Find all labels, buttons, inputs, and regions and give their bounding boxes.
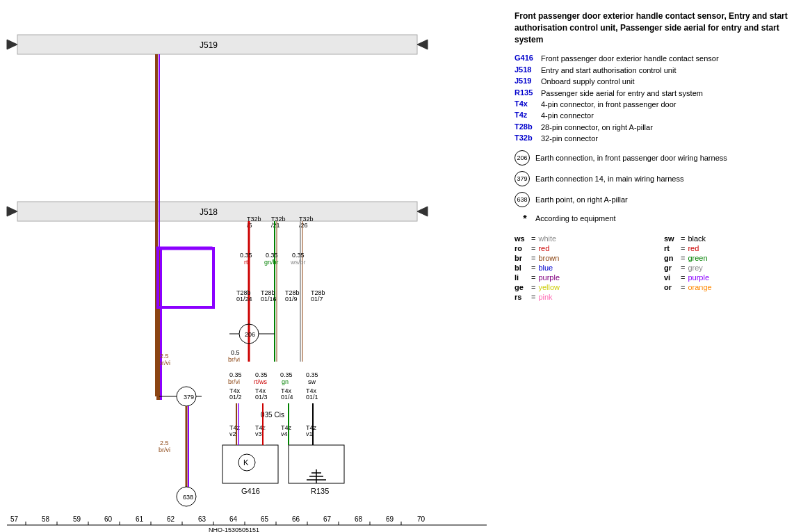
svg-text:01/4: 01/4 — [281, 394, 293, 401]
svg-rect-18 — [212, 247, 215, 309]
svg-text:035 Cis: 035 Cis — [261, 411, 284, 419]
svg-text:NHO-1530505151: NHO-1530505151 — [209, 526, 259, 532]
component-row: G416Front passenger door exterior handle… — [515, 54, 800, 64]
color-name: white — [538, 234, 556, 243]
component-row: T28b28-pin connector, on right A-pillar — [515, 122, 800, 133]
earth-circle: 206 — [515, 150, 530, 166]
svg-text:rt/ws: rt/ws — [254, 378, 267, 385]
svg-text:br/vi: br/vi — [228, 356, 240, 363]
color-row: rs=pink — [515, 293, 650, 301]
earth-connection-row: 638Earth point, on right A-pillar — [515, 192, 800, 207]
color-code: rt — [664, 244, 678, 252]
color-code: sw — [664, 234, 678, 243]
svg-text:638: 638 — [183, 494, 193, 501]
color-row: sw=black — [664, 234, 800, 243]
color-row: li=purple — [515, 273, 650, 282]
svg-text:K: K — [243, 458, 249, 467]
svg-rect-15 — [160, 247, 162, 400]
color-code: or — [664, 283, 678, 291]
color-eq: = — [681, 254, 685, 262]
svg-text:68: 68 — [355, 515, 363, 523]
color-name: blue — [538, 264, 553, 272]
color-name: brown — [538, 254, 559, 262]
svg-text:70: 70 — [417, 515, 426, 523]
color-eq: = — [531, 264, 535, 272]
earth-desc: Earth connection 14, in main wiring harn… — [535, 175, 683, 183]
color-eq: = — [681, 283, 685, 291]
component-id: R135 — [515, 88, 541, 99]
color-name: pink — [538, 293, 552, 301]
svg-text:0.35: 0.35 — [240, 252, 252, 259]
component-row: R135Passenger side aerial for entry and … — [515, 88, 800, 99]
color-code: li — [515, 273, 528, 282]
info-panel: Front passenger door exterior handle con… — [508, 0, 810, 532]
earth-desc: Earth connection, in front passenger doo… — [535, 154, 727, 162]
color-eq: = — [531, 234, 535, 243]
earth-desc: Earth point, on right A-pillar — [535, 195, 628, 204]
svg-text:69: 69 — [386, 515, 394, 523]
svg-text:64: 64 — [229, 515, 238, 523]
color-row: br=brown — [515, 254, 650, 262]
component-desc: Front passenger door exterior handle con… — [541, 54, 719, 64]
svg-text:206: 206 — [245, 331, 255, 338]
component-desc: 4-pin connector — [541, 111, 594, 121]
color-code: ws — [515, 234, 528, 243]
color-code: vi — [664, 273, 678, 282]
color-code: gn — [664, 254, 678, 262]
svg-rect-17 — [156, 250, 159, 309]
diagram-area: J519 J518 T32b /5 T32b /21 T32b /26 — [0, 0, 508, 532]
color-name: purple — [688, 273, 709, 282]
svg-text:sw: sw — [308, 378, 316, 385]
svg-text:gn/br: gn/br — [264, 259, 279, 266]
svg-text:0.35: 0.35 — [266, 252, 278, 259]
svg-text:br/vi: br/vi — [228, 378, 240, 385]
component-id: T4x — [515, 99, 541, 110]
svg-text:2.5: 2.5 — [160, 353, 169, 360]
color-name: yellow — [538, 283, 560, 291]
svg-text:01/24: 01/24 — [236, 296, 252, 303]
svg-text:01/1: 01/1 — [306, 394, 318, 401]
color-row: or=orange — [664, 283, 800, 291]
asterisk-row: * According to equipment — [515, 213, 800, 224]
component-id: T32b — [515, 134, 541, 144]
svg-text:01/7: 01/7 — [311, 296, 323, 303]
color-row: ws=white — [515, 234, 650, 243]
color-row: ge=yellow — [515, 283, 650, 291]
color-row: gn=green — [664, 254, 800, 262]
color-name: grey — [688, 264, 702, 272]
color-row: vi=purple — [664, 273, 800, 282]
color-name: purple — [538, 273, 560, 282]
svg-rect-16 — [156, 247, 212, 250]
svg-text:63: 63 — [198, 515, 206, 523]
color-grid: ws=whitesw=blackro=redrt=redbr=browngn=g… — [515, 234, 800, 301]
color-row: ro=red — [515, 244, 650, 252]
bus2-label: J518 — [200, 207, 218, 217]
color-eq: = — [681, 234, 685, 243]
component-desc: 4-pin connector, in front passenger door — [541, 99, 676, 110]
color-code: ge — [515, 283, 528, 291]
svg-text:R135: R135 — [311, 487, 329, 495]
color-code: bl — [515, 264, 528, 272]
svg-text:57: 57 — [10, 515, 19, 523]
svg-text:br/vi: br/vi — [159, 446, 170, 453]
color-name: green — [688, 254, 707, 262]
component-desc: Passenger side aerial for entry and star… — [541, 88, 703, 99]
color-code: ro — [515, 244, 528, 252]
svg-text:01/2: 01/2 — [229, 394, 242, 401]
component-row: T4x4-pin connector, in front passenger d… — [515, 99, 800, 110]
svg-text:66: 66 — [292, 515, 300, 523]
color-eq: = — [531, 244, 535, 252]
color-eq: = — [531, 283, 535, 291]
svg-text:01/3: 01/3 — [255, 394, 268, 401]
color-eq: = — [681, 244, 685, 252]
diagram-title: Front passenger door exterior handle con… — [515, 10, 800, 45]
svg-text:gn: gn — [282, 378, 289, 385]
component-desc: 28-pin connector, on right A-pillar — [541, 122, 653, 133]
svg-text:58: 58 — [42, 515, 50, 523]
svg-text:65: 65 — [261, 515, 269, 523]
wiring-diagram-svg: J519 J518 T32b /5 T32b /21 T32b /26 — [0, 0, 508, 532]
svg-text:0.35: 0.35 — [229, 371, 242, 378]
svg-marker-1 — [7, 40, 17, 49]
asterisk-symbol: * — [515, 213, 535, 224]
svg-text:01/16: 01/16 — [261, 296, 277, 303]
